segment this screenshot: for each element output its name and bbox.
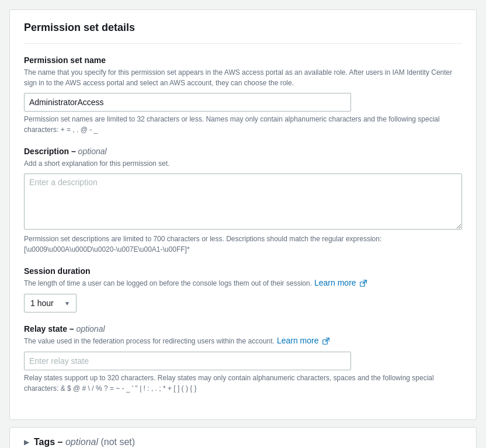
permission-set-name-description: The name that you specify for this permi… [24,67,462,88]
permission-set-name-group: Permission set name The name that you sp… [24,55,462,135]
session-duration-label: Session duration [24,266,462,276]
relay-state-group: Relay state – optional The value used in… [24,324,462,394]
session-duration-description-line: The length of time a user can be logged … [24,278,462,289]
description-textarea[interactable] [24,173,462,230]
session-duration-select[interactable]: 1 hour ▼ [24,294,77,312]
relay-state-input[interactable] [24,352,351,370]
card-title: Permission set details [24,22,462,44]
description-label: Description – optional [24,147,462,156]
relay-state-description-line: The value used in the federation process… [24,336,462,347]
session-duration-description: The length of time a user can be logged … [24,278,312,289]
permission-set-name-label: Permission set name [24,55,462,65]
expand-icon: ▶ [24,438,29,446]
description-group: Description – optional Add a short expla… [24,147,462,255]
tags-card: ▶ Tags – optional (not set) [9,427,477,448]
description-optional: optional [78,147,107,156]
external-link-icon-2 [322,338,329,345]
tags-not-set: (not set) [100,437,135,447]
description-hint: Permission set descriptions are limited … [24,234,462,255]
tags-header[interactable]: ▶ Tags – optional (not set) [24,437,462,447]
relay-state-learn-more[interactable]: Learn more [277,336,329,345]
permission-set-details-card: Permission set details Permission set na… [9,9,477,420]
session-duration-learn-more[interactable]: Learn more [314,278,367,287]
description-subtext: Add a short explanation for this permiss… [24,158,462,169]
tags-title: Tags – optional (not set) [34,437,135,447]
relay-state-hint: Relay states support up to 320 character… [24,373,462,394]
relay-state-description: The value used in the federation process… [24,336,275,347]
permission-set-name-input[interactable] [24,93,351,112]
relay-state-optional: optional [77,324,105,334]
relay-state-label: Relay state – optional [24,324,462,334]
permission-set-name-hint: Permission set names are limited to 32 c… [24,114,462,135]
session-duration-value: 1 hour [30,298,61,308]
external-link-icon [360,280,367,287]
session-duration-group: Session duration The length of time a us… [24,266,462,312]
chevron-down-icon: ▼ [64,300,70,307]
tags-optional: optional [65,437,98,447]
